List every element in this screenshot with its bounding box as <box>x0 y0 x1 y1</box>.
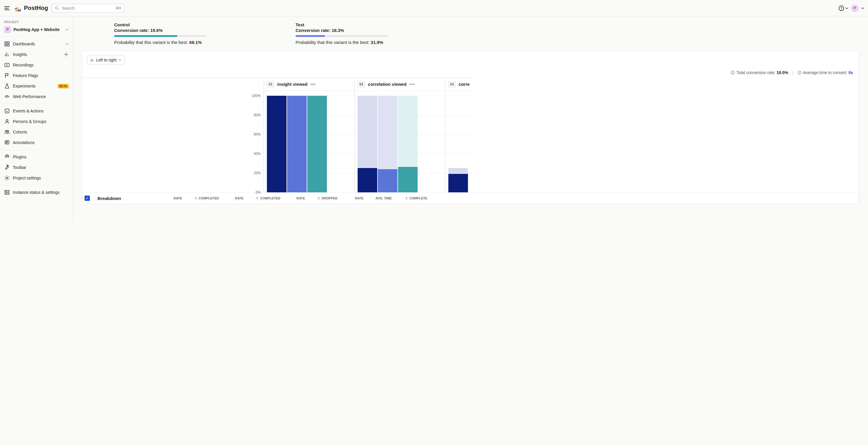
svg-point-18 <box>6 193 6 194</box>
chart-icon <box>90 58 94 62</box>
sidebar-item-dashboards[interactable]: Dashboards <box>1 39 72 49</box>
sidebar-item-web-performance[interactable]: Web Performance <box>1 91 72 102</box>
funnel-step-3: 03 corre <box>445 77 473 192</box>
bar-control <box>287 96 307 192</box>
search-input[interactable]: Search ⌘K <box>52 4 125 12</box>
gauge-icon <box>4 94 10 99</box>
progress-bar <box>114 35 206 37</box>
plus-icon[interactable] <box>63 52 69 57</box>
sidebar-item-persons[interactable]: Persons & Groups <box>1 116 72 127</box>
plugin-icon <box>4 154 10 160</box>
info-icon <box>731 70 735 75</box>
funnel-steps: 01 insight viewed ••• <box>264 77 859 192</box>
variant-title: Control <box>114 22 208 27</box>
col-avg-time[interactable]: AVG. TIME <box>372 192 401 204</box>
project-badge: P <box>4 26 11 33</box>
more-icon[interactable]: ••• <box>409 82 415 87</box>
sidebar-item-label: Insights <box>13 52 61 57</box>
sidebar-item-label: Events & Actions <box>13 109 69 113</box>
svg-point-11 <box>5 130 7 132</box>
sidebar-item-events[interactable]: Events & Actions <box>1 106 72 116</box>
y-tick: 20% <box>254 171 261 175</box>
svg-rect-16 <box>5 193 9 195</box>
step-number: 03 <box>448 81 456 87</box>
col-rate[interactable]: RATE <box>351 192 372 204</box>
step-number: 02 <box>358 81 365 87</box>
instance-icon <box>4 189 10 195</box>
help-icon: ? <box>838 5 845 11</box>
sidebar-item-experiments[interactable]: Experiments BETA <box>1 81 72 91</box>
person-icon <box>405 197 408 200</box>
sidebar-item-label: Feature Flags <box>13 73 69 78</box>
sidebar-item-plugins[interactable]: Plugins <box>1 152 72 162</box>
chevron-down-icon <box>118 58 122 62</box>
sidebar-section-label: PROJECT <box>1 18 72 24</box>
person-icon <box>4 119 10 124</box>
sidebar-item-feature-flags[interactable]: Feature Flags <box>1 70 72 81</box>
checkbox-checked-icon: ✓ <box>85 196 90 201</box>
main-content: Control Conversion rate: 19.6% Probabili… <box>73 17 868 222</box>
flag-icon <box>4 72 10 79</box>
more-icon[interactable]: ••• <box>310 82 316 87</box>
breakdown-checkbox[interactable]: ✓ <box>82 192 94 204</box>
y-tick: 80% <box>254 113 261 117</box>
sidebar-item-project-settings[interactable]: Project settings <box>1 173 72 183</box>
svg-point-24 <box>406 197 407 198</box>
progress-fill <box>114 35 177 37</box>
chevron-down-icon <box>65 42 69 46</box>
insights-icon <box>4 52 10 57</box>
person-icon <box>317 197 320 200</box>
avatar[interactable]: P <box>851 4 859 12</box>
events-icon <box>4 108 10 114</box>
y-tick: 100% <box>252 94 261 98</box>
sidebar-item-insights[interactable]: Insights <box>1 49 72 60</box>
info-icon <box>798 70 802 75</box>
variant-probability: Probability that this variant is the bes… <box>114 40 208 45</box>
col-completed[interactable]: COMPLETED <box>190 192 231 204</box>
brand-logo[interactable]: PostHog <box>14 4 48 12</box>
sidebar-item-cohorts[interactable]: Cohorts <box>1 127 72 137</box>
svg-point-12 <box>7 130 9 132</box>
dashboard-icon <box>4 41 10 47</box>
beta-badge: BETA <box>58 84 69 88</box>
sidebar-item-instance[interactable]: Instance status & settings <box>1 187 72 198</box>
svg-rect-15 <box>5 190 9 192</box>
project-name: PostHog App + Website <box>13 27 63 32</box>
y-axis: 100% 80% 60% 40% 20% 0% <box>82 77 264 192</box>
svg-rect-4 <box>8 42 9 43</box>
col-rate[interactable]: RATE <box>293 192 313 204</box>
avg-time-convert: Average time to convert: 0s <box>798 70 853 75</box>
funnel-toolbar: Left to right <box>82 51 859 69</box>
sidebar-item-label: Toolbar <box>13 165 69 170</box>
gear-icon <box>4 175 10 181</box>
project-switcher[interactable]: P PostHog App + Website <box>1 24 72 35</box>
col-breakdown[interactable]: Breakdown <box>94 192 170 204</box>
direction-selector[interactable]: Left to right <box>87 56 125 64</box>
col-complete[interactable]: COMPLETE <box>401 192 442 204</box>
sidebar-item-annotations[interactable]: Annotations <box>1 137 72 148</box>
col-rate[interactable]: RATE <box>231 192 252 204</box>
sidebar-item-label: Cohorts <box>13 130 69 135</box>
sidebar-item-recordings[interactable]: Recordings <box>1 60 72 70</box>
col-dropped[interactable]: DROPPED <box>313 192 351 204</box>
bar-all <box>358 168 377 192</box>
svg-text:?: ? <box>840 6 842 10</box>
flask-icon <box>4 83 10 89</box>
funnel-step-2: 02 correlation viewed ••• <box>354 77 445 192</box>
menu-toggle[interactable] <box>3 5 10 12</box>
sidebar-item-label: Recordings <box>13 63 69 67</box>
variant-control: Control Conversion rate: 19.6% Probabili… <box>114 22 208 45</box>
variant-title: Test <box>296 22 389 27</box>
sidebar-item-label: Project settings <box>13 176 69 180</box>
y-tick: 0% <box>256 190 261 195</box>
funnel-chart: 100% 80% 60% 40% 20% 0% 01 insight viewe… <box>82 77 859 192</box>
svg-rect-6 <box>8 44 9 46</box>
bar-all <box>448 174 468 192</box>
progress-bar <box>296 35 388 37</box>
sidebar-item-toolbar[interactable]: Toolbar <box>1 162 72 173</box>
search-icon <box>55 6 59 10</box>
funnel-card: Left to right Total conversion rate: 19.… <box>82 51 859 204</box>
help-button[interactable]: ? <box>838 5 849 11</box>
chevron-down-icon[interactable] <box>861 6 865 10</box>
col-rate[interactable]: RATE <box>170 192 190 204</box>
